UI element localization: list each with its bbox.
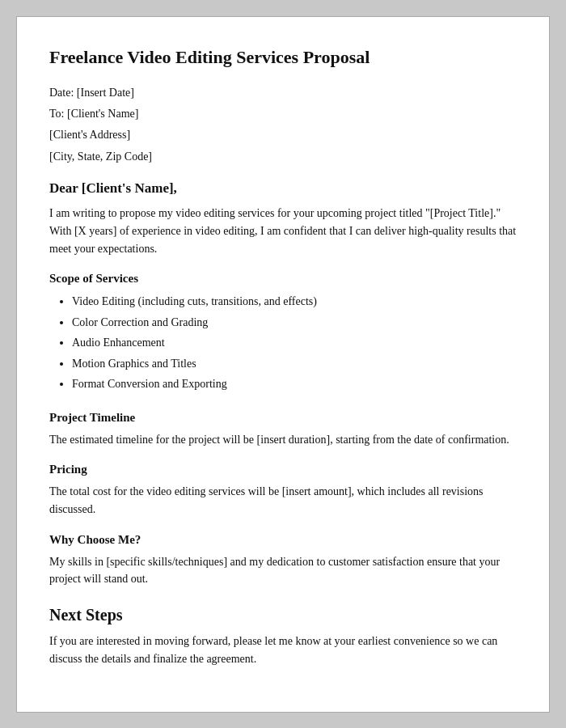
date-field: Date: [Insert Date] (49, 84, 517, 102)
pricing-body: The total cost for the video editing ser… (49, 483, 517, 518)
next-steps-body: If you are interested in moving forward,… (49, 633, 517, 667)
address-field: [Client's Address] (49, 126, 517, 144)
list-item: Format Conversion and Exporting (72, 375, 517, 395)
list-item: Color Correction and Grading (72, 313, 517, 333)
timeline-body: The estimated timeline for the project w… (49, 431, 517, 449)
next-steps-heading: Next Steps (49, 606, 517, 624)
intro-paragraph: I am writing to propose my video editing… (49, 205, 517, 257)
to-field: To: [Client's Name] (49, 105, 517, 123)
scope-heading: Scope of Services (49, 272, 517, 286)
document-title: Freelance Video Editing Services Proposa… (49, 46, 517, 70)
salutation: Dear [Client's Name], (49, 180, 517, 197)
services-list: Video Editing (including cuts, transitio… (72, 292, 517, 395)
why-choose-heading: Why Choose Me? (49, 533, 517, 547)
timeline-heading: Project Timeline (49, 411, 517, 425)
document-container: Freelance Video Editing Services Proposa… (16, 16, 550, 713)
list-item: Motion Graphics and Titles (72, 354, 517, 375)
why-choose-body: My skills in [specific skills/techniques… (49, 553, 517, 588)
pricing-heading: Pricing (49, 463, 517, 476)
list-item: Video Editing (including cuts, transitio… (72, 292, 517, 312)
city-field: [City, State, Zip Code] (49, 148, 517, 166)
list-item: Audio Enhancement (72, 333, 517, 353)
